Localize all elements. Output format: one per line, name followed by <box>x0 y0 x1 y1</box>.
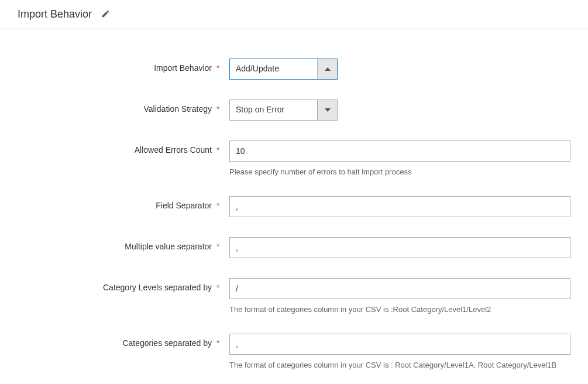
label-categories-sep: Categories separated by <box>18 334 216 348</box>
required-star: * <box>216 140 229 155</box>
input-multi-value-separator[interactable] <box>229 237 570 258</box>
row-field-separator: Field Separator * <box>18 196 570 217</box>
required-star: * <box>216 196 229 210</box>
select-validation-strategy[interactable]: Stop on Error <box>229 100 338 121</box>
chevron-down-icon[interactable] <box>317 100 337 120</box>
help-category-levels-sep: The format of categories column in your … <box>229 305 570 314</box>
pencil-icon[interactable] <box>101 9 110 20</box>
input-allowed-errors[interactable] <box>229 140 570 162</box>
select-value: Add/Update <box>230 59 317 79</box>
input-category-levels-sep[interactable] <box>229 278 570 299</box>
row-multi-value-separator: Multiple value separator * <box>18 237 570 258</box>
label-allowed-errors: Allowed Errors Count <box>18 140 216 155</box>
select-import-behavior[interactable]: Add/Update <box>229 59 338 80</box>
form-body: Import Behavior * Add/Update Validation … <box>0 29 588 384</box>
input-field-separator[interactable] <box>229 196 570 217</box>
required-star: * <box>216 59 229 73</box>
label-category-levels-sep: Category Levels separated by <box>18 278 216 292</box>
required-star: * <box>216 237 229 251</box>
section-header: Import Behavior <box>0 0 588 29</box>
select-value: Stop on Error <box>230 100 317 120</box>
row-categories-sep: Categories separated by * The format of … <box>18 334 570 369</box>
label-validation-strategy: Validation Strategy <box>18 100 216 114</box>
help-categories-sep: The format of categories column in your … <box>229 361 570 369</box>
required-star: * <box>216 334 229 348</box>
help-allowed-errors: Please specify number of errors to halt … <box>229 167 570 176</box>
row-category-levels-sep: Category Levels separated by * The forma… <box>18 278 570 314</box>
label-multi-value-separator: Multiple value separator <box>18 237 216 251</box>
label-field-separator: Field Separator <box>18 196 216 210</box>
label-import-behavior: Import Behavior <box>18 59 216 73</box>
row-import-behavior: Import Behavior * Add/Update <box>18 59 570 80</box>
input-categories-sep[interactable] <box>229 334 570 355</box>
required-star: * <box>216 278 229 292</box>
chevron-up-icon[interactable] <box>317 59 337 79</box>
section-title: Import Behavior <box>18 8 92 20</box>
required-star: * <box>216 100 229 114</box>
row-validation-strategy: Validation Strategy * Stop on Error <box>18 100 570 121</box>
row-allowed-errors: Allowed Errors Count * Please specify nu… <box>18 140 570 176</box>
